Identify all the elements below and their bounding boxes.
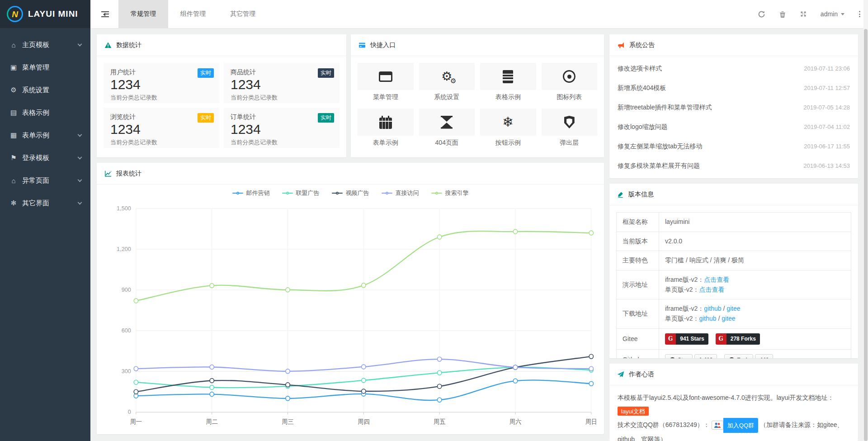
stat-card-users: 用户统计 实时 1234 当前分类总记录数	[104, 63, 219, 103]
svg-text:1,200: 1,200	[117, 246, 131, 252]
panel-header: 报表统计	[97, 163, 604, 185]
quick-tile-form-examples[interactable]: 表单示例	[358, 109, 414, 147]
chevron-down-icon	[78, 133, 82, 137]
download-gitee-link[interactable]: gitee	[722, 315, 735, 322]
quick-tile-menu-management[interactable]: 菜单管理	[358, 63, 414, 101]
github-star-button[interactable]: Star	[665, 354, 693, 358]
svg-text:900: 900	[122, 286, 131, 293]
legend-item[interactable]: 联盟广告	[282, 189, 320, 197]
panel-header: 版本信息	[609, 184, 858, 205]
download-github-link[interactable]: github	[699, 315, 716, 322]
panel-header: 系统公告	[609, 34, 858, 56]
stat-value: 1234	[231, 122, 333, 138]
trash-icon	[779, 10, 786, 18]
refresh-icon	[758, 10, 765, 18]
demo-iframe-link[interactable]: 点击查看	[704, 276, 729, 283]
download-gitee-link[interactable]: gitee	[726, 305, 740, 312]
gitee-stars-badge[interactable]: G941 Stars	[665, 333, 708, 345]
github-star-count[interactable]: 1,419	[694, 354, 717, 358]
panel-header: 快捷入口	[351, 34, 604, 56]
sidebar-item-label: 菜单管理	[22, 63, 49, 72]
demo-spa-link[interactable]: 点击查看	[699, 286, 724, 293]
content: 数据统计 用户统计 实时 1234 当前分类总记录数 商品统计	[90, 28, 868, 441]
quick-tile-404-page[interactable]: 404页面	[419, 109, 475, 147]
fullscreen-button[interactable]	[800, 10, 807, 18]
calendar-icon: ▦	[8, 131, 19, 139]
panel-data-statistics: 数据统计 用户统计 实时 1234 当前分类总记录数 商品统计	[97, 34, 346, 157]
sidebar-item-form-examples[interactable]: ▦ 表单示例	[0, 124, 90, 147]
page-scrollbar[interactable]	[863, 0, 868, 441]
notice-item: 新增treetable插件和菜单管理样式 2019-07-05 14:28	[618, 98, 850, 117]
quick-tile-popup-layer[interactable]: 弹出层	[542, 109, 598, 147]
legend-item[interactable]: 邮件营销	[232, 189, 270, 197]
panel-author-words: 作者心语 本模板基于layui2.5.4以及font-awesome-4.7.0…	[609, 364, 858, 441]
line-chart-icon	[104, 170, 112, 177]
qq-group-icon	[712, 421, 723, 430]
tab-other-management[interactable]: 其它管理	[218, 0, 268, 28]
legend-item[interactable]: 直接访问	[382, 189, 419, 197]
svg-text:周日: 周日	[585, 418, 597, 425]
layui-doc-badge[interactable]: layui文档	[618, 407, 649, 416]
sidebar-menu: ⌂ 主页模板 ▣ 菜单管理 ⚙ 系统设置 ▤ 表格示例 ▦ 表单示例 ⚑ 登录模…	[0, 28, 90, 214]
sidebar-item-login-templates[interactable]: ⚑ 登录模板	[0, 147, 90, 169]
clear-cache-button[interactable]	[779, 10, 786, 18]
sidebar-item-menu-management[interactable]: ▣ 菜单管理	[0, 56, 90, 79]
sidebar-item-system-settings[interactable]: ⚙ 系统设置	[0, 79, 90, 101]
status-badge: 实时	[198, 68, 214, 78]
panel-title: 数据统计	[116, 41, 142, 49]
sidebar-item-other-pages[interactable]: ✻ 其它界面	[0, 192, 90, 214]
shield-icon	[564, 116, 575, 128]
snowflake-icon: ❄	[502, 115, 514, 129]
header-actions: admin	[758, 10, 861, 18]
sidebar-item-home-templates[interactable]: ⌂ 主页模板	[0, 33, 90, 56]
stat-desc: 当前分类总记录数	[110, 138, 212, 147]
sidebar-item-label: 表格示例	[22, 109, 49, 117]
hourglass-icon	[441, 116, 453, 128]
notice-item: 修改选项卡样式 2019-07-11 23:06	[618, 59, 850, 78]
join-qq-group-button[interactable]: 加入QQ群	[712, 418, 758, 433]
quick-tile-button-examples[interactable]: ❄ 按钮示例	[480, 109, 536, 147]
sidebar-item-error-pages[interactable]: ⌂ 异常页面	[0, 169, 90, 192]
status-badge: 实时	[318, 68, 334, 78]
panel-title: 报表统计	[116, 170, 142, 178]
legend-marker-icon	[382, 193, 392, 194]
svg-text:周五: 周五	[434, 418, 446, 425]
version-row-value: layuimini	[659, 213, 851, 232]
svg-text:周四: 周四	[358, 418, 369, 425]
paper-plane-icon	[617, 371, 624, 378]
svg-text:周三: 周三	[282, 418, 293, 425]
user-menu[interactable]: admin	[821, 10, 844, 18]
panel-version-info: 版本信息 框架名称 layuimini 当前版本 v2.0.0 主要特色	[609, 184, 858, 358]
gears-icon: ⚙	[441, 71, 452, 83]
tab-component-management[interactable]: 组件管理	[168, 0, 218, 28]
stat-value: 1234	[110, 77, 212, 93]
legend-item[interactable]: 搜索引擎	[431, 189, 469, 197]
pen-icon	[617, 191, 624, 198]
github-fork-button[interactable]: Fork	[724, 354, 753, 358]
legend-marker-icon	[431, 193, 442, 194]
panel-header: 数据统计	[97, 34, 346, 56]
quick-tile-icon-list[interactable]: 图标列表	[542, 63, 598, 101]
quick-tile-table-examples[interactable]: 表格示例	[480, 63, 536, 101]
version-demo-cell: iframe版-v2：点击查看 单页版-v2：点击查看	[659, 270, 851, 299]
refresh-button[interactable]	[758, 10, 765, 18]
legend-marker-icon	[282, 193, 293, 194]
download-github-link[interactable]: github	[704, 305, 721, 312]
sidebar-item-table-examples[interactable]: ▤ 表格示例	[0, 101, 90, 124]
sidebar-item-label: 异常页面	[22, 176, 49, 185]
legend-item[interactable]: 视频广告	[332, 189, 369, 197]
gitee-forks-badge[interactable]: G278 Forks	[716, 333, 760, 345]
sidebar-collapse-button[interactable]	[95, 0, 115, 28]
chevron-down-icon	[78, 200, 82, 205]
caret-down-icon	[841, 13, 844, 17]
logo[interactable]: N LAYUI MINI	[0, 0, 90, 28]
user-name: admin	[821, 10, 838, 18]
github-fork-count[interactable]: 440	[755, 354, 773, 358]
tab-general-management[interactable]: 常规管理	[118, 0, 168, 28]
quick-tile-system-settings[interactable]: ⚙ 系统设置	[419, 63, 475, 101]
scrollbar-thumb[interactable]	[864, 29, 868, 441]
version-download-cell: iframe版-v2：github / gitee 单页版-v2：github …	[659, 299, 851, 328]
chevron-down-icon	[78, 178, 82, 182]
more-menu-button[interactable]	[858, 10, 861, 18]
svg-text:周六: 周六	[509, 418, 521, 425]
